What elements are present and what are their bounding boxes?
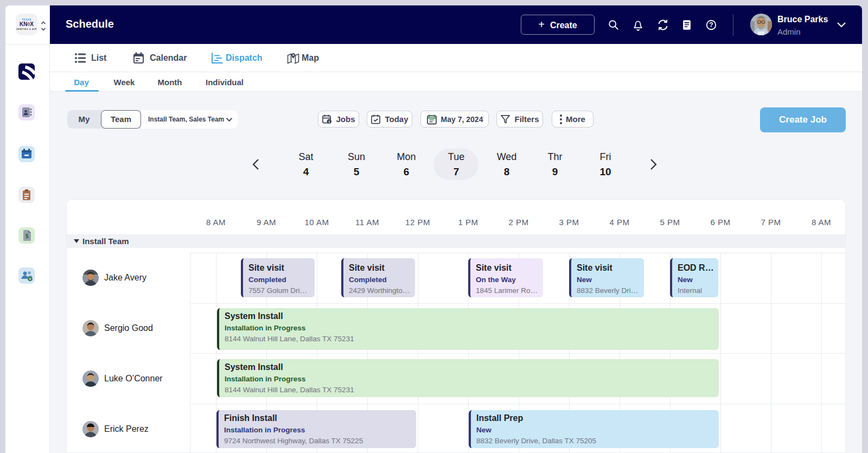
svg-text:$: $: [25, 233, 29, 239]
svg-text:?: ?: [709, 21, 713, 29]
svg-text:i: i: [329, 119, 330, 124]
